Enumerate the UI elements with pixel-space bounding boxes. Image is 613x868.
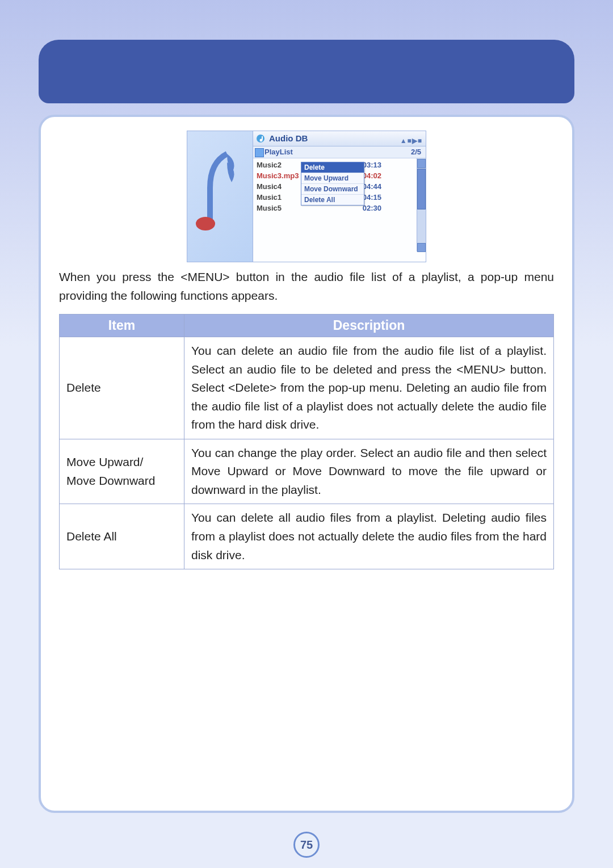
embedded-screenshot: Audio DB ▲■▶■ PlayList 2/5 Music2 <box>187 131 426 262</box>
playlist-label: PlayList <box>264 148 293 156</box>
scroll-down-icon <box>417 243 426 252</box>
screenshot-titlebar: Audio DB ▲■▶■ <box>253 131 426 146</box>
popup-menu-item: Move Downward <box>301 184 364 195</box>
playlist-counter: 2/5 <box>411 146 421 158</box>
scroll-track <box>417 209 426 242</box>
page-header-panel <box>39 40 574 103</box>
svg-point-2 <box>260 139 263 142</box>
scroll-thumb <box>417 169 426 209</box>
screenshot-playlist-header: PlayList 2/5 <box>253 146 426 158</box>
popup-menu-item: Delete All <box>301 195 364 205</box>
scroll-up-icon <box>417 159 426 168</box>
screenshot-popup-menu: Delete Move Upward Move Downward Delete … <box>301 162 364 206</box>
table-row: Delete All You can delete all audio file… <box>60 504 554 569</box>
list-icon <box>255 148 264 157</box>
main-content: Audio DB ▲■▶■ PlayList 2/5 Music2 <box>41 117 572 581</box>
screenshot-title: Audio DB <box>269 133 308 143</box>
table-row: Move Upward/ Move Downward You can chang… <box>60 439 554 504</box>
popup-menu-item: Move Upward <box>301 173 364 184</box>
screenshot-scrollbar <box>417 158 426 251</box>
music-note-icon <box>193 148 244 245</box>
table-header-row: Item Description <box>60 315 554 337</box>
popup-menu-item: Delete <box>301 162 364 173</box>
body-paragraph: When you press the <MENU> button in the … <box>59 268 554 305</box>
screenshot-row: Audio DB ▲■▶■ PlayList 2/5 Music2 <box>59 131 554 262</box>
functions-table: Item Description Delete You can delete a… <box>59 314 554 569</box>
header-item: Item <box>60 315 184 337</box>
cell-item: Move Upward/ Move Downward <box>60 439 184 504</box>
cell-description: You can delete all audio files from a pl… <box>184 504 554 569</box>
header-description: Description <box>184 315 554 337</box>
main-panel: Audio DB ▲■▶■ PlayList 2/5 Music2 <box>39 115 574 813</box>
screenshot-body: Music2 03:13 Music3.mp3 04:02 Music4 04:… <box>253 158 426 251</box>
page-number-badge: 75 <box>293 832 320 858</box>
cell-item: Delete <box>60 337 184 439</box>
audio-db-icon <box>255 133 267 144</box>
screenshot-main: Audio DB ▲■▶■ PlayList 2/5 Music2 <box>253 131 426 262</box>
cell-description: You can change the play order. Select an… <box>184 439 554 504</box>
svg-point-0 <box>196 217 215 230</box>
screenshot-sidebar <box>187 131 253 262</box>
page: Audio DB ▲■▶■ PlayList 2/5 Music2 <box>0 0 613 868</box>
cell-item: Delete All <box>60 504 184 569</box>
cell-description: You can delete an audio file from the au… <box>184 337 554 439</box>
table-row: Delete You can delete an audio file from… <box>60 337 554 439</box>
